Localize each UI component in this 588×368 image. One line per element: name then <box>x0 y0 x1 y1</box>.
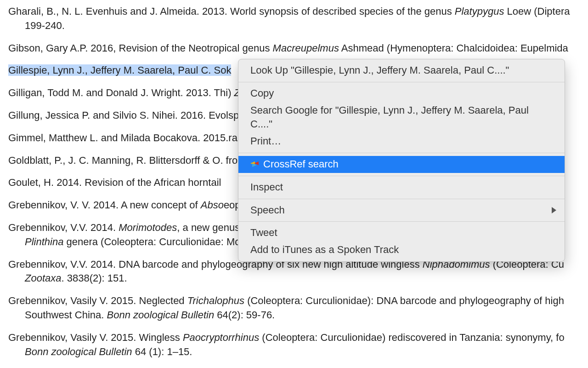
text: (Coleoptera: Curculionidae) rediscovered… <box>259 332 567 343</box>
context-menu: Look Up "Gillespie, Lynn J., Jeffery M. … <box>238 59 565 262</box>
menu-item-label: CrossRef search <box>263 157 339 172</box>
reference-entry: Gharali, B., N. L. Evenhuis and J. Almei… <box>8 5 580 33</box>
menu-item-label: Inspect <box>250 180 283 195</box>
menu-item-tweet[interactable]: Tweet <box>238 224 565 242</box>
menu-separator <box>238 221 565 222</box>
menu-separator <box>238 153 565 153</box>
menu-item-label: Speech <box>250 203 285 218</box>
menu-item-label: Search Google for "Gillespie, Lynn J., J… <box>250 104 553 132</box>
text: Gimmel, Matthew L. and Milada Bocakova. … <box>8 132 228 144</box>
text: Gillung, Jessica P. and Silvio S. Nihei.… <box>8 109 228 121</box>
italic-text: Macreupelmus <box>273 42 339 54</box>
menu-item-add-to-itunes[interactable]: Add to iTunes as a Spoken Track <box>238 242 565 259</box>
text: 64 (1): 1–15. <box>132 346 192 357</box>
menu-item-label: Tweet <box>250 226 277 240</box>
italic-text: Bonn zoological Bulletin <box>107 309 215 321</box>
menu-item-search-google[interactable]: Search Google for "Gillespie, Lynn J., J… <box>238 102 565 133</box>
chevron-right-icon <box>552 207 556 213</box>
text: Gilligan, Todd M. and Donald J. Wright. … <box>8 87 226 98</box>
text: Grebennikov, Vasily V. 2015. Neglected <box>8 295 187 306</box>
reference-entry: Grebennikov, Vasily V. 2015. Wingless Pa… <box>8 331 580 359</box>
reference-entry: Grebennikov, Vasily V. 2015. Neglected T… <box>8 294 580 322</box>
italic-text: Platypygus <box>455 6 504 17</box>
italic-text: Zootaxa <box>25 272 62 284</box>
italic-text: Paocryptorrhinus <box>183 332 259 343</box>
italic-text: Bonn zoological Bulletin <box>25 346 132 357</box>
text: Grebennikov, V. V. 2014. A new concept o… <box>8 199 201 211</box>
reference-entry: Gibson, Gary A.P. 2016, Revision of the … <box>8 41 580 56</box>
menu-item-speech[interactable]: Speech <box>238 202 565 219</box>
text: Ashmead (Hymenoptera: Chalcidoidea: Eupe… <box>339 42 568 54</box>
italic-text: Morimotodes <box>119 222 177 233</box>
menu-separator <box>238 199 565 199</box>
italic-text: Plinthina <box>25 236 63 247</box>
menu-item-print[interactable]: Print… <box>238 133 565 150</box>
text: Gibson, Gary A.P. 2016, Revision of the … <box>8 42 273 54</box>
text: Grebennikov, Vasily V. 2015. Wingless <box>8 332 183 343</box>
menu-item-copy[interactable]: Copy <box>238 85 565 102</box>
text: Gharali, B., N. L. Evenhuis and J. Almei… <box>8 6 455 17</box>
menu-item-label: Look Up "Gillespie, Lynn J., Jeffery M. … <box>250 63 509 78</box>
menu-item-inspect[interactable]: Inspect <box>238 179 565 196</box>
italic-text: Abso <box>201 199 224 211</box>
menu-item-label: Print… <box>250 134 281 149</box>
text: Goldblatt, P., J. C. Manning, R. Blitter… <box>8 155 223 166</box>
text: Goulet, H. 2014. Revision of the African… <box>8 177 221 188</box>
menu-item-label: Copy <box>250 86 274 101</box>
italic-text: Trichalophus <box>187 295 244 306</box>
menu-item-look-up[interactable]: Look Up "Gillespie, Lynn J., Jeffery M. … <box>238 62 565 79</box>
text: . 3838(2): 151. <box>62 272 127 284</box>
text: i) <box>226 87 234 98</box>
text: Grebennikov, V.V. 2014. <box>8 222 119 233</box>
text: 64(2): 59-76. <box>214 309 275 321</box>
crossref-icon <box>250 160 259 168</box>
menu-separator <box>238 176 565 176</box>
selected-text: Gillespie, Lynn J., Jeffery M. Saarela, … <box>8 64 231 76</box>
menu-separator <box>238 82 565 82</box>
menu-item-label: Add to iTunes as a Spoken Track <box>250 243 399 257</box>
menu-item-crossref-search[interactable]: CrossRef search <box>238 156 565 173</box>
